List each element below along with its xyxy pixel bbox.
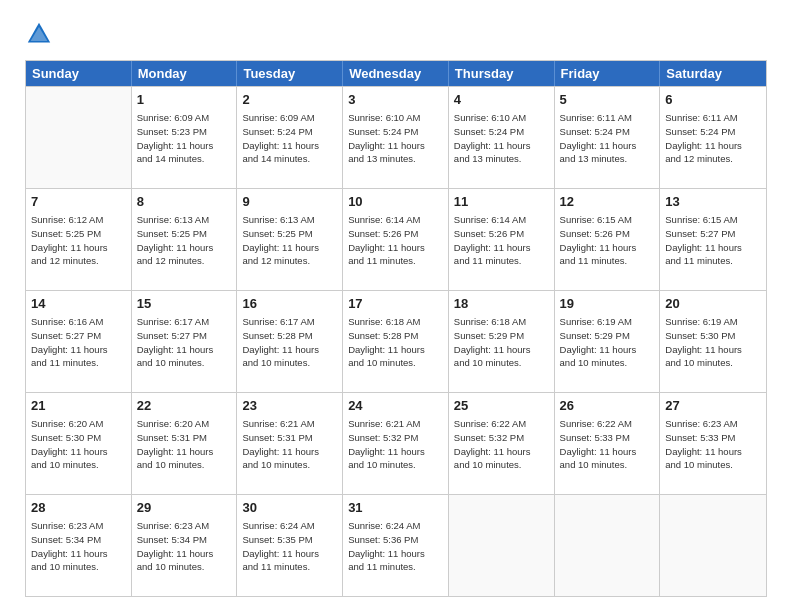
day-number: 4 xyxy=(454,91,549,109)
cal-cell-2-1: 7Sunrise: 6:12 AM Sunset: 5:25 PM Daylig… xyxy=(26,189,132,290)
day-number: 25 xyxy=(454,397,549,415)
cal-cell-3-7: 20Sunrise: 6:19 AM Sunset: 5:30 PM Dayli… xyxy=(660,291,766,392)
day-number: 26 xyxy=(560,397,655,415)
cell-info: Sunrise: 6:24 AM Sunset: 5:35 PM Dayligh… xyxy=(242,519,337,574)
day-number: 14 xyxy=(31,295,126,313)
cell-info: Sunrise: 6:18 AM Sunset: 5:29 PM Dayligh… xyxy=(454,315,549,370)
calendar-header: SundayMondayTuesdayWednesdayThursdayFrid… xyxy=(26,61,766,86)
cal-cell-3-1: 14Sunrise: 6:16 AM Sunset: 5:27 PM Dayli… xyxy=(26,291,132,392)
day-number: 1 xyxy=(137,91,232,109)
cal-cell-4-2: 22Sunrise: 6:20 AM Sunset: 5:31 PM Dayli… xyxy=(132,393,238,494)
day-number: 23 xyxy=(242,397,337,415)
header-day-monday: Monday xyxy=(132,61,238,86)
cell-info: Sunrise: 6:09 AM Sunset: 5:23 PM Dayligh… xyxy=(137,111,232,166)
day-number: 3 xyxy=(348,91,443,109)
cell-info: Sunrise: 6:13 AM Sunset: 5:25 PM Dayligh… xyxy=(137,213,232,268)
day-number: 5 xyxy=(560,91,655,109)
cal-cell-4-5: 25Sunrise: 6:22 AM Sunset: 5:32 PM Dayli… xyxy=(449,393,555,494)
calendar-body: 1Sunrise: 6:09 AM Sunset: 5:23 PM Daylig… xyxy=(26,86,766,596)
cell-info: Sunrise: 6:09 AM Sunset: 5:24 PM Dayligh… xyxy=(242,111,337,166)
cal-cell-4-6: 26Sunrise: 6:22 AM Sunset: 5:33 PM Dayli… xyxy=(555,393,661,494)
cal-cell-4-3: 23Sunrise: 6:21 AM Sunset: 5:31 PM Dayli… xyxy=(237,393,343,494)
header-day-wednesday: Wednesday xyxy=(343,61,449,86)
cal-cell-5-6 xyxy=(555,495,661,596)
day-number: 8 xyxy=(137,193,232,211)
cell-info: Sunrise: 6:22 AM Sunset: 5:32 PM Dayligh… xyxy=(454,417,549,472)
cal-cell-1-5: 4Sunrise: 6:10 AM Sunset: 5:24 PM Daylig… xyxy=(449,87,555,188)
cell-info: Sunrise: 6:24 AM Sunset: 5:36 PM Dayligh… xyxy=(348,519,443,574)
cal-cell-2-5: 11Sunrise: 6:14 AM Sunset: 5:26 PM Dayli… xyxy=(449,189,555,290)
cal-cell-2-4: 10Sunrise: 6:14 AM Sunset: 5:26 PM Dayli… xyxy=(343,189,449,290)
cal-cell-4-4: 24Sunrise: 6:21 AM Sunset: 5:32 PM Dayli… xyxy=(343,393,449,494)
cell-info: Sunrise: 6:16 AM Sunset: 5:27 PM Dayligh… xyxy=(31,315,126,370)
day-number: 15 xyxy=(137,295,232,313)
cell-info: Sunrise: 6:14 AM Sunset: 5:26 PM Dayligh… xyxy=(348,213,443,268)
day-number: 9 xyxy=(242,193,337,211)
cell-info: Sunrise: 6:22 AM Sunset: 5:33 PM Dayligh… xyxy=(560,417,655,472)
cell-info: Sunrise: 6:15 AM Sunset: 5:27 PM Dayligh… xyxy=(665,213,761,268)
cal-cell-1-6: 5Sunrise: 6:11 AM Sunset: 5:24 PM Daylig… xyxy=(555,87,661,188)
cal-cell-2-3: 9Sunrise: 6:13 AM Sunset: 5:25 PM Daylig… xyxy=(237,189,343,290)
day-number: 11 xyxy=(454,193,549,211)
cell-info: Sunrise: 6:23 AM Sunset: 5:34 PM Dayligh… xyxy=(31,519,126,574)
cell-info: Sunrise: 6:19 AM Sunset: 5:29 PM Dayligh… xyxy=(560,315,655,370)
cell-info: Sunrise: 6:13 AM Sunset: 5:25 PM Dayligh… xyxy=(242,213,337,268)
cell-info: Sunrise: 6:21 AM Sunset: 5:31 PM Dayligh… xyxy=(242,417,337,472)
cell-info: Sunrise: 6:14 AM Sunset: 5:26 PM Dayligh… xyxy=(454,213,549,268)
logo xyxy=(25,20,59,48)
week-row-5: 28Sunrise: 6:23 AM Sunset: 5:34 PM Dayli… xyxy=(26,494,766,596)
day-number: 30 xyxy=(242,499,337,517)
calendar: SundayMondayTuesdayWednesdayThursdayFrid… xyxy=(25,60,767,597)
cal-cell-2-7: 13Sunrise: 6:15 AM Sunset: 5:27 PM Dayli… xyxy=(660,189,766,290)
day-number: 24 xyxy=(348,397,443,415)
day-number: 28 xyxy=(31,499,126,517)
cal-cell-1-4: 3Sunrise: 6:10 AM Sunset: 5:24 PM Daylig… xyxy=(343,87,449,188)
day-number: 19 xyxy=(560,295,655,313)
cell-info: Sunrise: 6:20 AM Sunset: 5:30 PM Dayligh… xyxy=(31,417,126,472)
cell-info: Sunrise: 6:17 AM Sunset: 5:27 PM Dayligh… xyxy=(137,315,232,370)
day-number: 27 xyxy=(665,397,761,415)
day-number: 22 xyxy=(137,397,232,415)
cal-cell-3-5: 18Sunrise: 6:18 AM Sunset: 5:29 PM Dayli… xyxy=(449,291,555,392)
cal-cell-4-1: 21Sunrise: 6:20 AM Sunset: 5:30 PM Dayli… xyxy=(26,393,132,494)
day-number: 10 xyxy=(348,193,443,211)
header-day-tuesday: Tuesday xyxy=(237,61,343,86)
day-number: 21 xyxy=(31,397,126,415)
cal-cell-3-3: 16Sunrise: 6:17 AM Sunset: 5:28 PM Dayli… xyxy=(237,291,343,392)
week-row-3: 14Sunrise: 6:16 AM Sunset: 5:27 PM Dayli… xyxy=(26,290,766,392)
header-day-saturday: Saturday xyxy=(660,61,766,86)
cal-cell-1-3: 2Sunrise: 6:09 AM Sunset: 5:24 PM Daylig… xyxy=(237,87,343,188)
cal-cell-5-5 xyxy=(449,495,555,596)
header xyxy=(25,20,767,48)
header-day-sunday: Sunday xyxy=(26,61,132,86)
cal-cell-5-2: 29Sunrise: 6:23 AM Sunset: 5:34 PM Dayli… xyxy=(132,495,238,596)
day-number: 29 xyxy=(137,499,232,517)
cal-cell-1-2: 1Sunrise: 6:09 AM Sunset: 5:23 PM Daylig… xyxy=(132,87,238,188)
cal-cell-5-4: 31Sunrise: 6:24 AM Sunset: 5:36 PM Dayli… xyxy=(343,495,449,596)
week-row-2: 7Sunrise: 6:12 AM Sunset: 5:25 PM Daylig… xyxy=(26,188,766,290)
week-row-4: 21Sunrise: 6:20 AM Sunset: 5:30 PM Dayli… xyxy=(26,392,766,494)
cell-info: Sunrise: 6:10 AM Sunset: 5:24 PM Dayligh… xyxy=(454,111,549,166)
cal-cell-5-7 xyxy=(660,495,766,596)
day-number: 16 xyxy=(242,295,337,313)
cal-cell-3-2: 15Sunrise: 6:17 AM Sunset: 5:27 PM Dayli… xyxy=(132,291,238,392)
day-number: 7 xyxy=(31,193,126,211)
cal-cell-4-7: 27Sunrise: 6:23 AM Sunset: 5:33 PM Dayli… xyxy=(660,393,766,494)
cal-cell-3-4: 17Sunrise: 6:18 AM Sunset: 5:28 PM Dayli… xyxy=(343,291,449,392)
header-day-thursday: Thursday xyxy=(449,61,555,86)
header-day-friday: Friday xyxy=(555,61,661,86)
day-number: 20 xyxy=(665,295,761,313)
logo-icon xyxy=(25,20,53,48)
cal-cell-1-7: 6Sunrise: 6:11 AM Sunset: 5:24 PM Daylig… xyxy=(660,87,766,188)
cell-info: Sunrise: 6:21 AM Sunset: 5:32 PM Dayligh… xyxy=(348,417,443,472)
cal-cell-1-1 xyxy=(26,87,132,188)
day-number: 12 xyxy=(560,193,655,211)
day-number: 17 xyxy=(348,295,443,313)
cal-cell-2-6: 12Sunrise: 6:15 AM Sunset: 5:26 PM Dayli… xyxy=(555,189,661,290)
day-number: 31 xyxy=(348,499,443,517)
week-row-1: 1Sunrise: 6:09 AM Sunset: 5:23 PM Daylig… xyxy=(26,86,766,188)
cell-info: Sunrise: 6:15 AM Sunset: 5:26 PM Dayligh… xyxy=(560,213,655,268)
cell-info: Sunrise: 6:10 AM Sunset: 5:24 PM Dayligh… xyxy=(348,111,443,166)
cell-info: Sunrise: 6:18 AM Sunset: 5:28 PM Dayligh… xyxy=(348,315,443,370)
cal-cell-2-2: 8Sunrise: 6:13 AM Sunset: 5:25 PM Daylig… xyxy=(132,189,238,290)
